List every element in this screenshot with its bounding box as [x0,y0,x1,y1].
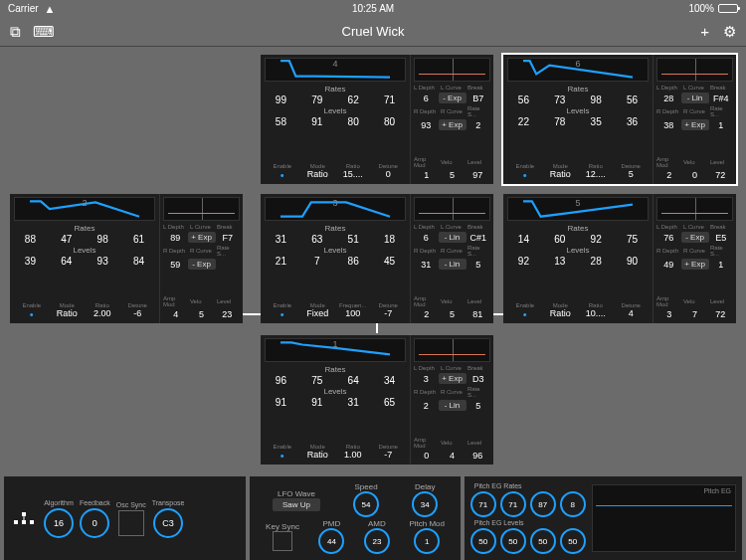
bottom-panel: Algorithm16 Feedback0 Osc Sync Transpose… [0,476,746,560]
amd-knob[interactable]: 23 [364,528,390,554]
carrier-label: Carrier [8,3,39,14]
transpose-knob[interactable]: C3 [153,508,183,538]
operator-2[interactable]: 2 Rates 88479861 Levels 39649384 Enable•… [10,194,243,323]
peg-level-knob[interactable]: 50 [470,528,496,554]
pitch-eg-graph: Pitch EG [592,484,736,552]
enable-dot[interactable]: • [280,169,284,181]
peg-level-knob[interactable]: 50 [500,528,526,554]
clock: 10:25 AM [252,3,495,14]
peg-level-knob[interactable]: 50 [560,528,586,554]
peg-rate-knob[interactable]: 71 [470,491,496,517]
operator-3[interactable]: 3 Rates 31635118 Levels 2178645 Enable• … [261,194,493,323]
clipboard-icon[interactable]: ⧉ [10,23,21,41]
operator-canvas: 4 Rates 99796271 Levels 58918080 Enable•… [0,47,746,476]
battery-pct: 100% [688,3,714,14]
svg-rect-1 [22,520,26,524]
operator-5[interactable]: 5 Rates 14609275 Levels 92132890 Enable•… [503,194,736,323]
operator-4[interactable]: 4 Rates 99796271 Levels 58918080 Enable•… [261,55,493,184]
wifi-icon: ▲ [45,3,56,15]
envelope-graph: 4 [265,58,406,82]
lfowave-select[interactable]: Saw Up [273,498,320,511]
svg-rect-2 [30,520,34,524]
algorithm-icon[interactable] [10,507,38,529]
global-panel: Algorithm16 Feedback0 Osc Sync Transpose… [4,476,246,560]
speed-knob[interactable]: 54 [353,491,379,517]
peg-level-knob[interactable]: 50 [530,528,556,554]
svg-rect-0 [14,520,18,524]
envelope-graph: 6 [507,58,649,82]
algorithm-knob[interactable]: 16 [44,508,74,538]
toolbar: ⧉ ⌨ Cruel Wick + ⚙ [0,17,746,47]
page-title[interactable]: Cruel Wick [90,24,656,39]
pitchmod-knob[interactable]: 1 [414,528,440,554]
curve-graph [414,58,490,82]
pitch-eg-panel: Pitch EG Rates 71 71 87 8 Pitch EG Level… [465,476,742,560]
operator-1[interactable]: 1 Rates 96756434 Levels 91913165 Enable•… [261,335,493,465]
delay-knob[interactable]: 34 [412,491,438,517]
feedback-knob[interactable]: 0 [80,508,109,538]
peg-rate-knob[interactable]: 8 [560,491,586,517]
pmd-knob[interactable]: 44 [318,528,344,554]
keyboard-icon[interactable]: ⌨ [33,23,55,41]
svg-rect-3 [22,512,26,516]
operator-6[interactable]: 6 Rates 56739856 Levels 22783536 Enable•… [503,55,736,184]
add-icon[interactable]: + [700,23,709,41]
oscsync-checkbox[interactable] [118,510,144,536]
battery-icon [718,4,738,13]
lfo-panel: LFO WaveSaw Up Speed54 Delay34 Key Sync … [250,476,460,560]
gear-icon[interactable]: ⚙ [723,23,736,41]
status-bar: Carrier ▲ 10:25 AM 100% [0,0,746,17]
peg-rate-knob[interactable]: 87 [530,491,556,517]
keysync-checkbox[interactable] [273,531,292,551]
peg-rate-knob[interactable]: 71 [500,491,526,517]
